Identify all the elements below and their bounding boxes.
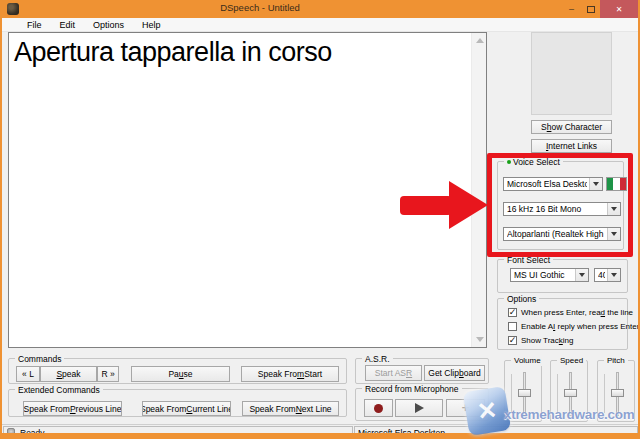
chevron-down-icon[interactable] <box>607 228 620 240</box>
record-icon <box>374 404 383 413</box>
window-border-bottom <box>0 433 640 439</box>
scroll-down-icon[interactable] <box>476 337 484 342</box>
status-ready-panel: Ready <box>3 426 353 433</box>
checkbox-icon[interactable] <box>508 308 517 317</box>
highlight-arrow <box>400 196 452 215</box>
speak-left-button[interactable]: « L <box>16 366 40 382</box>
menu-file[interactable]: File <box>18 18 51 31</box>
get-clipboard-button[interactable]: Get Clipboard <box>424 365 485 381</box>
speak-current-line-button[interactable]: Speak From Current Line <box>142 401 231 416</box>
output-device-combo[interactable]: Altoparlanti (Realtek High Definition <box>503 227 621 241</box>
voice-combo[interactable]: Microsoft Elsa Desktop <box>503 177 603 191</box>
speed-slider-thumb[interactable] <box>564 389 577 397</box>
asr-label: A.S.R. <box>362 354 393 364</box>
start-asr-button[interactable]: Start ASR <box>365 365 422 381</box>
window-title: DSpeech - Untitled <box>220 2 300 13</box>
checkbox-icon[interactable] <box>508 336 517 345</box>
font-select-label: Font Select <box>504 255 553 265</box>
menu-edit[interactable]: Edit <box>51 18 85 31</box>
pitch-slider-thumb[interactable] <box>611 389 624 397</box>
watermark-text: xtremehardware.com <box>504 407 634 422</box>
menubar: File Edit Options Help <box>2 18 638 32</box>
app-icon <box>7 3 19 15</box>
internet-links-button[interactable]: Internet Links <box>531 139 612 153</box>
chevron-down-icon[interactable] <box>589 178 602 190</box>
speed-label: Speed <box>557 356 586 366</box>
options-group: Options When press Enter, read the line … <box>497 298 628 350</box>
titlebar: DSpeech - Untitled – ✕ <box>0 0 640 18</box>
extended-commands-label: Extended Commands <box>15 385 103 395</box>
checkbox-show-tracking[interactable]: Show Tracking <box>508 335 573 346</box>
editor-text: Apertura tapparella in corso <box>14 34 332 70</box>
window-border-left <box>0 0 2 439</box>
chevron-down-icon[interactable] <box>575 269 588 281</box>
play-button[interactable] <box>395 399 443 417</box>
menu-options[interactable]: Options <box>84 18 133 31</box>
pitch-label: Pitch <box>604 356 628 366</box>
minimize-button[interactable]: – <box>562 0 581 18</box>
commands-label: Commands <box>15 354 64 364</box>
checkbox-ai-reply[interactable]: Enable AI reply when press Enter <box>508 321 639 332</box>
record-label: Record from Microphone <box>362 384 462 394</box>
highlight-arrow-head <box>449 181 488 229</box>
voice-select-label: Voice Select <box>504 157 563 167</box>
volume-label: Volume <box>511 356 544 366</box>
speak-right-button[interactable]: R » <box>97 366 119 382</box>
show-character-button[interactable]: Show Character <box>531 120 612 134</box>
speak-button[interactable]: Speak <box>40 366 97 382</box>
record-button[interactable] <box>364 399 393 417</box>
pause-button[interactable]: Pause <box>131 366 230 382</box>
scroll-up-icon[interactable] <box>476 38 484 43</box>
speak-previous-line-button[interactable]: Speak From Previous Line <box>23 401 122 416</box>
maximize-button[interactable] <box>581 0 600 18</box>
checkbox-read-line[interactable]: When press Enter, read the line <box>508 307 633 318</box>
maximize-icon <box>587 6 595 13</box>
speak-next-line-button[interactable]: Speak From Next Line <box>242 401 339 416</box>
font-size-combo[interactable]: 40 <box>594 268 621 282</box>
chevron-down-icon[interactable] <box>607 269 620 281</box>
character-display <box>531 32 612 115</box>
close-button[interactable]: ✕ <box>600 0 638 18</box>
statusbar: Ready Microsoft Elsa Desktop <box>2 424 638 433</box>
menu-help[interactable]: Help <box>133 18 170 31</box>
italian-flag-icon <box>606 177 627 191</box>
checkbox-icon[interactable] <box>508 322 517 331</box>
volume-slider-thumb[interactable] <box>518 389 531 397</box>
play-icon <box>415 403 424 413</box>
window-controls: – ✕ <box>562 0 638 18</box>
chevron-down-icon[interactable] <box>607 203 620 215</box>
text-editor[interactable]: Apertura tapparella in corso <box>8 32 487 348</box>
options-label: Options <box>504 294 539 304</box>
green-dot-icon <box>507 160 511 164</box>
font-name-combo[interactable]: MS UI Gothic <box>510 268 589 282</box>
audio-format-combo[interactable]: 16 kHz 16 Bit Mono <box>503 202 621 216</box>
speak-from-start-button[interactable]: Speak From Start <box>241 366 339 382</box>
